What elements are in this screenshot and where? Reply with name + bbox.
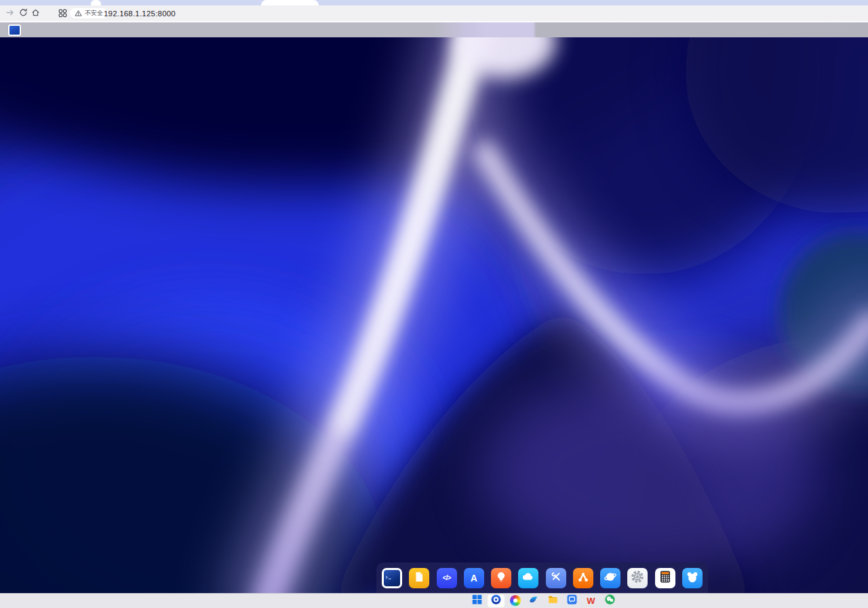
terminal-prompt-icon <box>385 571 392 583</box>
security-label: 不安全 <box>85 8 103 18</box>
remote-viewer-bar <box>0 22 868 37</box>
calculator-icon <box>657 569 673 588</box>
dock-item-mouse-tool[interactable] <box>682 568 703 588</box>
forward-button[interactable] <box>5 9 14 18</box>
taskbar-blue-circle-app[interactable] <box>488 594 505 607</box>
apps-grid-icon <box>58 8 67 20</box>
dock-item-molecule[interactable] <box>573 568 593 588</box>
tools-icon <box>549 569 564 587</box>
planet-icon <box>603 569 618 587</box>
cloud-icon <box>521 569 536 587</box>
taskbar-bird-app[interactable] <box>528 594 540 607</box>
dock-item-calculator[interactable] <box>655 568 675 588</box>
lightbulb-icon <box>494 569 509 587</box>
dock-item-app-store[interactable]: A <box>464 568 484 588</box>
dock-item-cloud[interactable] <box>518 568 538 588</box>
screen-icon[interactable] <box>8 24 21 36</box>
dock: </> A <box>376 563 708 593</box>
desktop-wallpaper <box>0 37 868 593</box>
gear-icon <box>629 569 646 588</box>
taskbar-wechat[interactable] <box>604 594 616 607</box>
dock-item-code-editor[interactable]: </> <box>437 568 457 588</box>
mouse-icon <box>685 569 700 587</box>
dock-item-file-manager[interactable] <box>409 568 429 588</box>
taskbar <box>0 593 868 608</box>
dock-item-lamp[interactable] <box>491 568 511 588</box>
security-badge[interactable]: 不安全 <box>70 8 108 18</box>
code-icon: </> <box>443 574 450 582</box>
tab-separator-notch <box>91 0 101 5</box>
url-text[interactable]: 192.168.1.125:8000 <box>104 9 176 18</box>
home-button[interactable] <box>31 9 40 18</box>
dock-item-control-center[interactable] <box>627 568 648 588</box>
wechat-icon <box>604 594 616 608</box>
taskbar-chat-app[interactable] <box>566 594 578 607</box>
document-icon <box>412 569 427 587</box>
wps-w-icon: W <box>587 594 595 607</box>
app-store-icon: A <box>471 573 477 584</box>
windows-logo-icon <box>471 594 483 608</box>
apps-grid-button[interactable] <box>58 10 67 19</box>
pinwheel-icon <box>510 595 521 606</box>
dock-item-terminal[interactable] <box>382 568 402 588</box>
taskbar-pinwheel-browser[interactable] <box>509 594 521 607</box>
taskbar-icons: W <box>471 594 616 607</box>
reload-icon <box>19 7 28 20</box>
blue-circle-icon <box>490 594 502 608</box>
tab-strip[interactable] <box>0 0 868 5</box>
home-icon <box>31 7 40 20</box>
active-tab[interactable] <box>261 0 319 5</box>
folder-icon <box>547 594 559 608</box>
forward-icon <box>5 7 14 20</box>
dock-item-toolbox[interactable] <box>546 568 566 588</box>
reload-button[interactable] <box>18 9 28 18</box>
warning-triangle-icon <box>75 7 82 20</box>
browser-toolbar: 不安全 192.168.1.125:8000 <box>0 5 868 21</box>
bird-icon <box>528 594 540 608</box>
molecule-icon <box>576 569 591 587</box>
chat-bubble-icon <box>566 594 578 608</box>
taskbar-wps-office[interactable]: W <box>585 594 597 607</box>
taskbar-windows-start[interactable] <box>471 594 484 607</box>
dock-item-planet-browser[interactable] <box>600 568 620 588</box>
taskbar-file-explorer[interactable] <box>547 594 559 607</box>
